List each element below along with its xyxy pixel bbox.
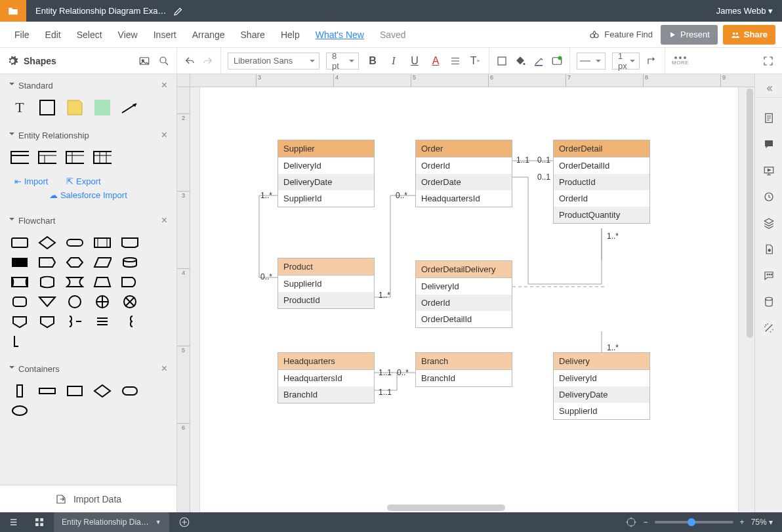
flowchart-shape-8[interactable] xyxy=(93,255,112,270)
close-icon[interactable]: × xyxy=(161,129,167,141)
shape-note[interactable] xyxy=(66,100,84,115)
present-button[interactable]: Present xyxy=(661,25,718,45)
history-icon[interactable] xyxy=(763,191,775,203)
flowchart-shape-15[interactable] xyxy=(10,295,29,309)
er-salesforce-link[interactable]: ☁ Salesforce Import xyxy=(49,190,127,200)
er-export-link[interactable]: ⇱ Export xyxy=(66,176,100,186)
text-color-button[interactable]: A xyxy=(428,54,443,68)
list-view-icon[interactable] xyxy=(0,517,26,527)
menu-whats-new[interactable]: What's New xyxy=(308,26,372,44)
vertical-scrollbar[interactable] xyxy=(747,89,753,503)
menu-file[interactable]: File xyxy=(7,26,37,44)
section-er[interactable]: Entity Relationship× xyxy=(0,124,176,146)
flowchart-shape-3[interactable] xyxy=(93,235,112,250)
section-flowchart[interactable]: Flowchart× xyxy=(0,209,176,232)
flowchart-shape-10[interactable] xyxy=(10,275,29,289)
shape-er-3[interactable] xyxy=(66,150,84,165)
flowchart-shape-4[interactable] xyxy=(121,235,139,250)
flowchart-shape-9[interactable] xyxy=(121,255,139,270)
user-menu[interactable]: James Webb ▾ xyxy=(716,6,782,16)
flowchart-shape-1[interactable] xyxy=(38,235,56,250)
flowchart-shape-11[interactable] xyxy=(38,275,56,289)
image-icon[interactable] xyxy=(138,55,150,67)
zoom-in[interactable]: + xyxy=(740,518,745,527)
search-icon[interactable] xyxy=(158,55,170,67)
align-icon[interactable] xyxy=(449,55,461,67)
flowchart-shape-0[interactable] xyxy=(10,235,29,250)
flowchart-shape-12[interactable] xyxy=(66,275,84,289)
clear-format-button[interactable]: T× xyxy=(468,54,482,68)
menu-edit[interactable]: Edit xyxy=(37,26,69,44)
entity-product[interactable]: ProductSupplierIdProductId xyxy=(278,258,375,309)
document-tab[interactable]: Entity Relationship Diagram Exa… xyxy=(26,0,194,22)
target-icon[interactable] xyxy=(625,516,637,528)
flowchart-shape-6[interactable] xyxy=(38,255,56,270)
shape-line[interactable] xyxy=(121,100,139,115)
undo-icon[interactable] xyxy=(184,55,196,67)
flowchart-shape-14[interactable] xyxy=(121,275,139,289)
entity-headquarters[interactable]: HeadquartersHeadquartersIdBranchId xyxy=(278,352,375,403)
dock-collapse[interactable] xyxy=(755,79,782,98)
flowchart-shape-21[interactable] xyxy=(38,314,56,329)
zoom-slider[interactable] xyxy=(655,521,733,523)
comment-icon[interactable] xyxy=(763,138,775,150)
flowchart-shape-25[interactable] xyxy=(10,334,29,348)
shape-text[interactable]: T xyxy=(10,100,29,115)
flowchart-shape-22[interactable] xyxy=(66,314,84,329)
gear-icon[interactable] xyxy=(7,55,18,67)
shape-er-1[interactable] xyxy=(10,150,29,165)
layers-icon[interactable] xyxy=(763,217,775,229)
shape-hotspot[interactable] xyxy=(93,100,112,115)
flowchart-shape-17[interactable] xyxy=(66,295,84,309)
grid-view-icon[interactable] xyxy=(26,517,52,527)
menu-share[interactable]: Share xyxy=(233,26,273,44)
import-data-button[interactable]: Import Data xyxy=(0,485,176,512)
shape-style-icon[interactable] xyxy=(551,55,563,67)
entity-orderdetaildelivery[interactable]: OrderDetailDeliveryDeliveryIdOrderIdOrde… xyxy=(415,260,512,328)
line-style-select[interactable] xyxy=(577,52,606,70)
line-width-select[interactable]: 1 px xyxy=(612,52,640,70)
feature-find[interactable]: Feature Find xyxy=(588,29,653,41)
zoom-out[interactable]: − xyxy=(644,518,648,527)
shape-block[interactable] xyxy=(38,100,56,115)
entity-orderdetail[interactable]: OrderDetailOrderDetailIdProductIdOrderId… xyxy=(553,140,650,224)
presentation-icon[interactable] xyxy=(763,165,775,176)
zoom-level[interactable]: 75% ▾ xyxy=(751,518,773,527)
redo-icon[interactable] xyxy=(202,55,214,67)
entity-branch[interactable]: BranchBranchId xyxy=(415,352,512,387)
flowchart-shape-19[interactable] xyxy=(121,295,139,309)
canvas[interactable]: 1..*0..*1..*0..*1..10..10..11..*1..*1..1… xyxy=(190,87,754,512)
section-containers[interactable]: Containers× xyxy=(0,358,176,380)
add-page-button[interactable] xyxy=(175,516,194,528)
container-shape-5[interactable] xyxy=(10,403,29,418)
database-icon[interactable] xyxy=(763,296,775,308)
italic-button[interactable]: I xyxy=(386,54,401,68)
fill-icon[interactable] xyxy=(514,55,526,67)
underline-button[interactable]: U xyxy=(407,54,422,68)
flowchart-shape-13[interactable] xyxy=(93,275,112,289)
font-size-select[interactable]: 8 pt xyxy=(326,52,359,70)
chat-icon[interactable] xyxy=(763,270,775,281)
flowchart-shape-5[interactable] xyxy=(10,255,29,270)
share-button[interactable]: Share xyxy=(723,25,775,45)
close-icon[interactable]: × xyxy=(161,79,167,91)
section-standard[interactable]: Standard× xyxy=(0,74,176,96)
menu-help[interactable]: Help xyxy=(273,26,308,44)
edit-icon[interactable] xyxy=(173,5,184,17)
menu-view[interactable]: View xyxy=(110,26,146,44)
container-shape-2[interactable] xyxy=(66,384,84,398)
flowchart-shape-24[interactable] xyxy=(121,314,139,329)
page-icon[interactable] xyxy=(763,243,775,255)
shapes-panel-scroll[interactable]: Standard× T Entity Relationship× ⇤ Impor… xyxy=(0,74,176,485)
magic-icon[interactable] xyxy=(763,322,775,334)
page-tab[interactable]: Entity Relationship Dia… ▼ xyxy=(54,512,169,532)
menu-select[interactable]: Select xyxy=(69,26,110,44)
entity-supplier[interactable]: SupplierDeliveryIdDeliveryDateSupplierId xyxy=(278,140,375,207)
shape-er-2[interactable] xyxy=(38,150,56,165)
er-import-link[interactable]: ⇤ Import xyxy=(14,176,48,186)
entity-delivery[interactable]: DeliveryDeliveryIdDeliveryDateSupplierId xyxy=(553,352,650,420)
close-icon[interactable]: × xyxy=(161,215,167,226)
flowchart-shape-20[interactable] xyxy=(10,314,29,329)
flowchart-shape-7[interactable] xyxy=(66,255,84,270)
bold-button[interactable]: B xyxy=(365,54,380,68)
